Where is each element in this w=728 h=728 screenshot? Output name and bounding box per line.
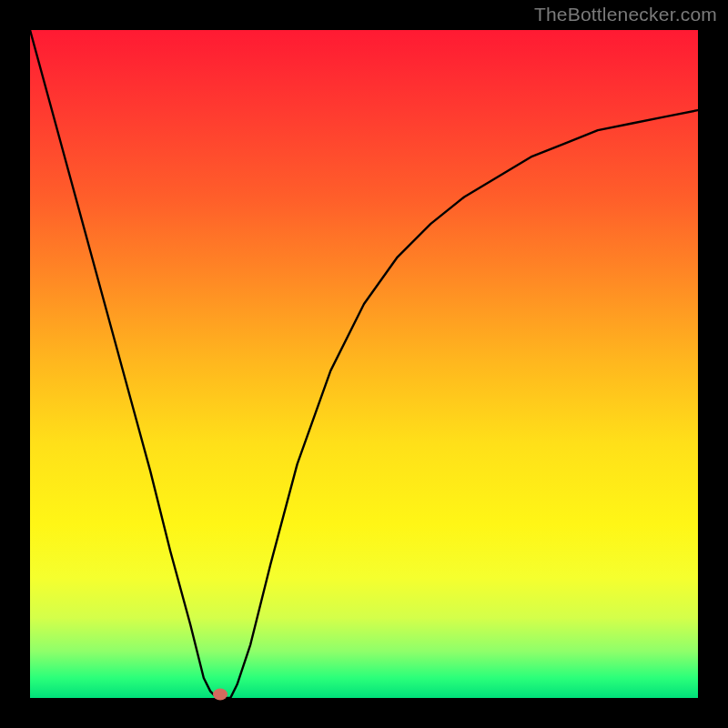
plot-area xyxy=(30,30,698,698)
chart-frame: TheBottlenecker.com xyxy=(0,0,728,728)
watermark-text: TheBottlenecker.com xyxy=(534,4,717,25)
